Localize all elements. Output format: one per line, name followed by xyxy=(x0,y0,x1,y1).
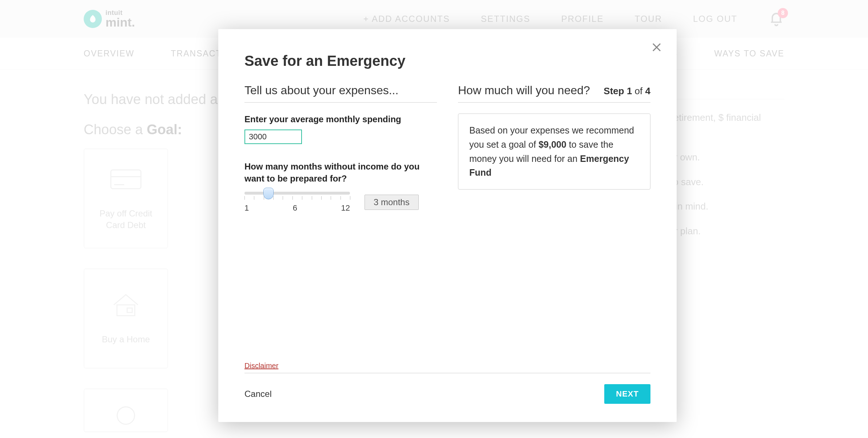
step-of: of xyxy=(632,85,645,96)
right-column-heading: How much will you need? xyxy=(458,84,590,97)
emergency-modal: Save for an Emergency Tell us about your… xyxy=(218,29,677,422)
next-button[interactable]: NEXT xyxy=(604,384,650,404)
step-total: 4 xyxy=(645,85,650,96)
step-indicator: Step 1 of 4 xyxy=(604,85,650,97)
close-button[interactable] xyxy=(651,42,662,53)
slider-mid-label: 6 xyxy=(293,203,297,213)
modal-footer: Disclaimer Cancel NEXT xyxy=(244,362,650,404)
spending-label: Enter your average monthly spending xyxy=(244,114,437,125)
modal-title: Save for an Emergency xyxy=(244,53,650,69)
cancel-button[interactable]: Cancel xyxy=(244,389,272,399)
modal-left-column: Tell us about your expenses... Enter you… xyxy=(244,84,437,362)
recommendation-box: Based on your expenses we recommend you … xyxy=(458,114,650,190)
step-current: 1 xyxy=(627,85,632,96)
left-column-heading: Tell us about your expenses... xyxy=(244,84,398,97)
months-label: How many months without income do you wa… xyxy=(244,161,437,184)
slider-min-label: 1 xyxy=(244,203,249,213)
reco-amount: $9,000 xyxy=(538,139,566,150)
spending-input[interactable] xyxy=(244,130,302,144)
months-slider[interactable]: 1 6 12 xyxy=(244,192,350,213)
modal-right-column: How much will you need? Step 1 of 4 Base… xyxy=(458,84,650,362)
close-icon xyxy=(651,48,662,54)
disclaimer-link[interactable]: Disclaimer xyxy=(244,362,278,370)
months-value-display: 3 months xyxy=(365,195,419,210)
step-label: Step xyxy=(604,85,627,96)
slider-max-label: 12 xyxy=(341,203,350,213)
